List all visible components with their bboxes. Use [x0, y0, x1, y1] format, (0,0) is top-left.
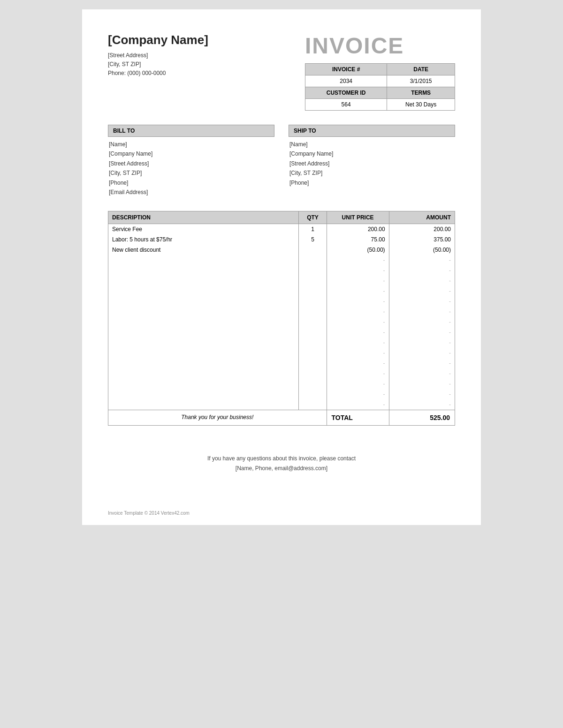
- company-city: [City, ST ZIP]: [108, 60, 208, 69]
- bill-to-header: BILL TO: [108, 125, 274, 137]
- total-value: 525.00: [430, 414, 450, 421]
- invoice-page: [Company Name] [Street Address] [City, S…: [82, 9, 481, 525]
- address-section: BILL TO [Name] [Company Name] [Street Ad…: [108, 125, 455, 197]
- item-qty: 1: [299, 224, 327, 235]
- table-row: --: [108, 368, 455, 379]
- table-row: --: [108, 307, 455, 317]
- item-qty: [299, 348, 327, 358]
- item-qty: [299, 307, 327, 317]
- col-unit-price-header: UNIT PRICE: [327, 211, 389, 224]
- table-row: --: [108, 348, 455, 358]
- item-amount: -: [389, 327, 455, 338]
- item-qty: [299, 399, 327, 410]
- item-qty: [299, 327, 327, 338]
- items-table-header-row: DESCRIPTION QTY UNIT PRICE AMOUNT: [108, 211, 455, 224]
- item-amount: -: [389, 276, 455, 286]
- item-unit-price: -: [327, 368, 389, 379]
- table-row: Service Fee1200.00200.00: [108, 224, 455, 235]
- item-description: [108, 276, 299, 286]
- table-row: --: [108, 276, 455, 286]
- item-description: [108, 286, 299, 296]
- bill-to-city: [City, ST ZIP]: [108, 168, 274, 178]
- page-footer: If you have any questions about this inv…: [108, 454, 455, 473]
- item-description: [108, 368, 299, 379]
- invoice-number: 2034: [305, 75, 387, 87]
- item-amount: -: [389, 255, 455, 265]
- item-amount: -: [389, 307, 455, 317]
- contact-text: If you have any questions about this inv…: [108, 454, 455, 463]
- item-qty: [299, 389, 327, 399]
- item-amount: 200.00: [389, 224, 455, 235]
- bill-to-email: [Email Address]: [108, 188, 274, 197]
- items-table: DESCRIPTION QTY UNIT PRICE AMOUNT Servic…: [108, 211, 455, 426]
- table-row: --: [108, 286, 455, 296]
- customer-id-header: CUSTOMER ID: [305, 87, 387, 99]
- invoice-num-header: INVOICE #: [305, 64, 387, 75]
- item-description: [108, 307, 299, 317]
- company-name: [Company Name]: [108, 33, 208, 47]
- ship-to-header: SHIP TO: [289, 125, 455, 137]
- table-row: --: [108, 327, 455, 338]
- table-footer-row: Thank you for your business! TOTAL 525.0…: [108, 410, 455, 426]
- item-description: [108, 317, 299, 327]
- item-unit-price: -: [327, 296, 389, 307]
- table-row: New client discount(50.00)(50.00): [108, 245, 455, 255]
- item-description: Service Fee: [108, 224, 299, 235]
- bill-to-company: [Company Name]: [108, 149, 274, 158]
- item-qty: [299, 379, 327, 389]
- item-unit-price: -: [327, 276, 389, 286]
- item-description: [108, 399, 299, 410]
- col-description-header: DESCRIPTION: [108, 211, 299, 224]
- item-amount: -: [389, 317, 455, 327]
- item-qty: 5: [299, 234, 327, 245]
- item-qty: [299, 286, 327, 296]
- company-street: [Street Address]: [108, 51, 208, 60]
- item-amount: -: [389, 265, 455, 276]
- item-unit-price: -: [327, 286, 389, 296]
- item-qty: [299, 265, 327, 276]
- table-row: --: [108, 255, 455, 265]
- item-description: [108, 265, 299, 276]
- invoice-title: INVOICE: [305, 33, 404, 59]
- item-amount: (50.00): [389, 245, 455, 255]
- table-row: Labor: 5 hours at $75/hr575.00375.00: [108, 234, 455, 245]
- total-label: TOTAL: [332, 414, 353, 421]
- company-phone: Phone: (000) 000-0000: [108, 69, 208, 78]
- bill-to-block: BILL TO [Name] [Company Name] [Street Ad…: [108, 125, 274, 197]
- terms-value: Net 30 Days: [387, 99, 455, 111]
- table-row: --: [108, 389, 455, 399]
- col-qty-header: QTY: [299, 211, 327, 224]
- total-label-cell: TOTAL: [327, 410, 389, 426]
- item-unit-price: -: [327, 265, 389, 276]
- item-amount: -: [389, 348, 455, 358]
- item-amount: -: [389, 338, 455, 348]
- item-unit-price: -: [327, 317, 389, 327]
- item-description: [108, 379, 299, 389]
- item-description: [108, 348, 299, 358]
- thank-you-text: Thank you for your business!: [181, 414, 253, 420]
- item-qty: [299, 245, 327, 255]
- item-description: [108, 389, 299, 399]
- item-unit-price: -: [327, 348, 389, 358]
- table-row: --: [108, 317, 455, 327]
- header-right: INVOICE INVOICE # DATE 2034 3/1/2015 CUS…: [305, 33, 455, 111]
- ship-to-name: [Name]: [289, 140, 455, 149]
- item-unit-price: (50.00): [327, 245, 389, 255]
- item-qty: [299, 368, 327, 379]
- item-qty: [299, 255, 327, 265]
- item-unit-price: 200.00: [327, 224, 389, 235]
- item-qty: [299, 276, 327, 286]
- contact-info: [Name, Phone, email@address.com]: [108, 464, 455, 473]
- bill-to-name: [Name]: [108, 140, 274, 149]
- item-unit-price: -: [327, 327, 389, 338]
- table-row: --: [108, 265, 455, 276]
- bill-to-phone: [Phone]: [108, 178, 274, 188]
- item-amount: -: [389, 389, 455, 399]
- company-info: [Company Name] [Street Address] [City, S…: [108, 33, 208, 78]
- col-amount-header: AMOUNT: [389, 211, 455, 224]
- terms-header: TERMS: [387, 87, 455, 99]
- table-row: --: [108, 399, 455, 410]
- ship-to-city: [City, ST ZIP]: [289, 168, 455, 178]
- ship-to-block: SHIP TO [Name] [Company Name] [Street Ad…: [289, 125, 455, 197]
- item-unit-price: -: [327, 255, 389, 265]
